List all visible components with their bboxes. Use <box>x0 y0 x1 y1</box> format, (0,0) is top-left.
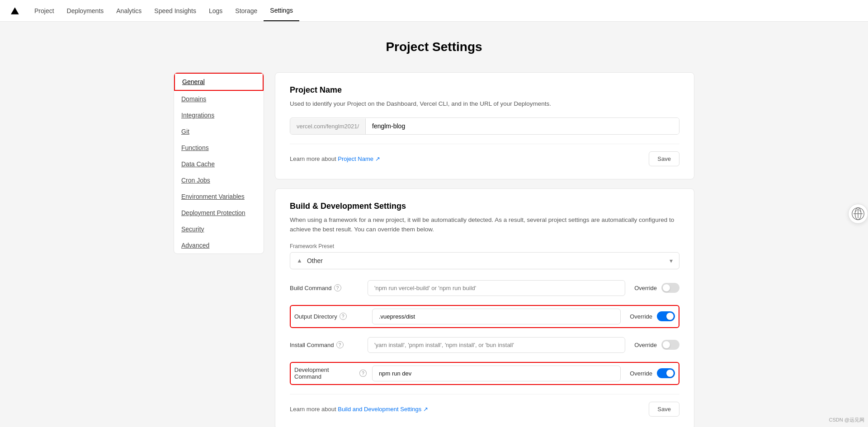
output-directory-override: Override <box>630 311 675 321</box>
build-footer-text: Learn more about Build and Development S… <box>290 406 428 413</box>
nav-items: Project Deployments Analytics Speed Insi… <box>28 0 299 21</box>
project-name-card-footer: Learn more about Project Name ↗ Save <box>290 144 679 166</box>
build-settings-save-button[interactable]: Save <box>649 402 679 417</box>
build-card-footer: Learn more about Build and Development S… <box>290 394 679 417</box>
sidebar-item-deployment-protection[interactable]: Deployment Protection <box>174 205 264 221</box>
build-command-row: Build Command ? Override <box>290 280 679 296</box>
build-command-override: Override <box>634 283 679 293</box>
dev-command-override: Override <box>630 368 675 378</box>
project-name-footer-link[interactable]: Project Name ↗ <box>338 155 380 162</box>
output-directory-label: Output Directory ? <box>294 313 367 320</box>
build-command-override-toggle[interactable] <box>661 283 679 293</box>
page-title: Project Settings <box>0 40 868 54</box>
framework-preset-label: Framework Preset <box>290 243 679 249</box>
nav-item-project[interactable]: Project <box>28 1 61 21</box>
sidebar-item-domains[interactable]: Domains <box>174 91 264 107</box>
sidebar-item-git[interactable]: Git <box>174 123 264 140</box>
dev-command-override-toggle[interactable] <box>657 368 675 378</box>
build-command-help-icon[interactable]: ? <box>334 284 341 291</box>
sidebar-item-integrations[interactable]: Integrations <box>174 107 264 123</box>
dev-command-label: Development Command ? <box>294 366 367 380</box>
right-edge-icon <box>848 204 868 224</box>
sidebar-item-general[interactable]: General <box>174 73 264 91</box>
sidebar: General Domains Integrations Git Functio… <box>174 72 264 254</box>
output-directory-input[interactable] <box>372 309 621 324</box>
sidebar-item-cron-jobs[interactable]: Cron Jobs <box>174 172 264 188</box>
sidebar-item-advanced[interactable]: Advanced <box>174 237 264 253</box>
logo[interactable] <box>11 7 19 15</box>
project-name-card-title: Project Name <box>290 85 679 95</box>
page-header: Project Settings <box>0 22 868 63</box>
project-name-card: Project Name Used to identify your Proje… <box>275 72 694 179</box>
build-footer-link[interactable]: Build and Development Settings ↗ <box>338 406 428 413</box>
framework-preset-select[interactable]: ▲ Other ▾ <box>290 252 679 269</box>
project-name-input[interactable] <box>366 118 679 134</box>
build-settings-card: Build & Development Settings When using … <box>275 188 694 427</box>
sidebar-item-functions[interactable]: Functions <box>174 140 264 156</box>
project-name-footer-text: Learn more about Project Name ↗ <box>290 155 380 162</box>
output-directory-help-icon[interactable]: ? <box>340 313 347 320</box>
nav-item-analytics[interactable]: Analytics <box>110 1 148 21</box>
dev-command-help-icon[interactable]: ? <box>359 370 367 377</box>
top-navigation: Project Deployments Analytics Speed Insi… <box>0 0 868 22</box>
install-command-override-toggle[interactable] <box>661 340 679 350</box>
install-command-help-icon[interactable]: ? <box>336 341 344 348</box>
build-card-description: When using a framework for a new project… <box>290 216 679 234</box>
project-name-card-description: Used to identify your Project on the Das… <box>290 99 679 108</box>
page-wrapper: Project Settings General Domains Integra… <box>0 0 868 427</box>
framework-icon: ▲ <box>297 257 302 264</box>
build-command-input[interactable] <box>368 280 625 296</box>
install-command-input[interactable] <box>368 337 625 353</box>
project-name-row: vercel.com/fenglm2021/ <box>290 117 679 135</box>
output-directory-override-toggle[interactable] <box>657 311 675 321</box>
main-content: Project Name Used to identify your Proje… <box>275 72 694 427</box>
chevron-down-icon: ▾ <box>670 257 673 264</box>
dev-command-input[interactable] <box>372 366 621 381</box>
dev-command-row: Development Command ? Override <box>290 362 679 385</box>
nav-item-logs[interactable]: Logs <box>203 1 229 21</box>
output-directory-row: Output Directory ? Override <box>290 305 679 328</box>
install-command-row: Install Command ? Override <box>290 337 679 353</box>
sidebar-item-security[interactable]: Security <box>174 221 264 237</box>
content-area: General Domains Integrations Git Functio… <box>163 63 705 427</box>
nav-item-settings[interactable]: Settings <box>264 0 299 21</box>
nav-item-speed-insights[interactable]: Speed Insights <box>148 1 203 21</box>
project-name-prefix: vercel.com/fenglm2021/ <box>290 118 366 134</box>
install-command-label: Install Command ? <box>290 341 362 348</box>
project-name-save-button[interactable]: Save <box>649 151 679 166</box>
build-card-title: Build & Development Settings <box>290 202 679 211</box>
nav-item-deployments[interactable]: Deployments <box>61 1 110 21</box>
sidebar-item-data-cache[interactable]: Data Cache <box>174 156 264 172</box>
build-command-label: Build Command ? <box>290 284 362 291</box>
nav-item-storage[interactable]: Storage <box>229 1 264 21</box>
framework-preset-value: ▲ Other <box>297 257 323 264</box>
csdn-watermark: CSDN @远见网 <box>829 417 864 423</box>
sidebar-item-env-vars[interactable]: Environment Variables <box>174 188 264 205</box>
install-command-override: Override <box>634 340 679 350</box>
